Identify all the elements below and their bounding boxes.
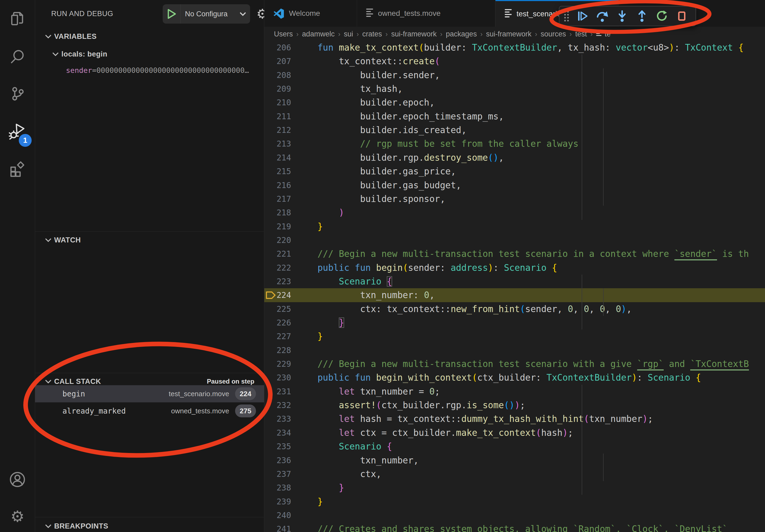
code-line-226[interactable]: 226 } (264, 316, 765, 330)
settings-gear-icon[interactable]: ⚙ (9, 508, 26, 525)
code-line-213[interactable]: 213 // rgp must be set from the caller a… (264, 137, 765, 151)
code-line-223[interactable]: 223 Scenario { (264, 275, 765, 289)
code-text[interactable]: tx_context::create( (296, 54, 440, 68)
line-number[interactable]: 209 (264, 82, 291, 96)
code-line-239[interactable]: 239 } (264, 495, 765, 509)
tab-welcome[interactable]: Welcome (264, 0, 357, 27)
code-text[interactable]: public fun begin(sender: address): Scena… (296, 261, 557, 275)
code-line-216[interactable]: 216 builder.gas_budget, (264, 178, 765, 192)
line-number[interactable]: 213 (264, 137, 291, 151)
step-into-button[interactable] (613, 9, 631, 24)
code-line-234[interactable]: 234 let ctx = ctx_builder.make_tx_contex… (264, 426, 765, 440)
code-line-240[interactable]: 240 (264, 508, 765, 522)
code-line-212[interactable]: 212 builder.ids_created, (264, 123, 765, 137)
watch-section-header[interactable]: WATCH (35, 233, 264, 247)
drag-grip-icon[interactable] (564, 11, 569, 21)
restart-button[interactable] (653, 9, 671, 24)
code-text[interactable]: builder.rgp.destroy_some(), (296, 151, 504, 165)
code-text[interactable]: txn_number, (296, 453, 419, 467)
code-line-221[interactable]: 221 /// Begin a new multi-transaction te… (264, 247, 765, 261)
call-stack-frame[interactable]: already_marked owned_tests.move 275 (35, 402, 264, 419)
line-number[interactable]: 208 (264, 68, 291, 82)
debug-toolbar[interactable] (559, 6, 696, 26)
code-text[interactable]: // rgp must be set from the caller alway… (296, 137, 578, 151)
line-number[interactable]: 211 (264, 110, 291, 124)
line-number[interactable]: 207 (264, 54, 291, 68)
extensions-icon[interactable] (9, 160, 26, 177)
code-text[interactable]: ctx: tx_context::new_from_hint(sender, 0… (296, 302, 632, 316)
line-number[interactable]: 239 (264, 495, 291, 509)
line-number[interactable]: 233 (264, 412, 291, 426)
code-line-217[interactable]: 217 builder.sponsor, (264, 192, 765, 206)
code-line-211[interactable]: 211 builder.epoch_timestamp_ms, (264, 110, 765, 124)
code-line-237[interactable]: 237 ctx, (264, 467, 765, 481)
code-text[interactable]: builder.sponsor, (296, 192, 445, 206)
line-number[interactable]: 237 (264, 467, 291, 481)
line-number[interactable]: 220 (264, 233, 291, 247)
line-number[interactable]: 223 (264, 275, 291, 289)
code-line-228[interactable]: 228 (264, 344, 765, 357)
code-line-210[interactable]: 210 builder.epoch, (264, 96, 765, 110)
line-number[interactable]: 235 (264, 439, 291, 453)
code-text[interactable]: builder.sender, (296, 68, 440, 82)
variable-row[interactable]: sender = 0000000000000000000000000000000… (35, 63, 295, 77)
account-icon[interactable] (9, 471, 26, 488)
code-line-233[interactable]: 233 let hash = tx_context::dummy_tx_hash… (264, 412, 765, 426)
code-line-218[interactable]: 218 ) (264, 206, 765, 220)
code-text[interactable]: ctx, (296, 467, 382, 481)
tab-owned-tests[interactable]: owned_tests.move (357, 0, 495, 27)
variables-section-header[interactable]: VARIABLES (35, 30, 264, 43)
code-line-232[interactable]: 232 assert!(ctx_builder.rgp.is_some()); (264, 398, 765, 412)
stop-button[interactable] (673, 9, 690, 24)
breadcrumb-item[interactable]: sources (541, 30, 566, 38)
breadcrumb-item[interactable]: sui-framework (486, 30, 531, 38)
code-text[interactable]: } (296, 495, 323, 509)
code-line-229[interactable]: 229 /// Begin a new multi-transaction te… (264, 357, 765, 371)
code-text[interactable]: public fun begin_with_context(ctx_builde… (296, 371, 701, 385)
code-line-222[interactable]: 222 public fun begin(sender: address): S… (264, 261, 765, 275)
explorer-icon[interactable] (9, 10, 26, 27)
line-number[interactable]: 232 (264, 398, 291, 412)
variables-scope-row[interactable]: locals: begin (35, 47, 281, 61)
code-text[interactable]: builder.epoch_timestamp_ms, (296, 110, 504, 124)
breadcrumb-item[interactable]: crates (363, 30, 382, 38)
code-text[interactable]: ) (296, 206, 344, 220)
code-line-225[interactable]: 225 ctx: tx_context::new_from_hint(sende… (264, 302, 765, 316)
code-text[interactable]: } (296, 220, 323, 234)
code-line-241[interactable]: 241 /// Creates and shares system object… (264, 522, 765, 532)
breadcrumb[interactable]: Users›adamwelc›sui›crates›sui-framework›… (264, 27, 765, 41)
breadcrumb-item[interactable]: sui-framework (391, 30, 437, 38)
line-number[interactable]: 225 (264, 302, 291, 316)
call-stack-frame[interactable]: begin test_scenario.move 224 (35, 385, 264, 402)
source-control-icon[interactable] (9, 85, 26, 102)
code-text[interactable]: } (296, 316, 344, 330)
breadcrumb-item[interactable]: Users (274, 30, 293, 38)
line-number[interactable]: 219 (264, 220, 291, 234)
code-text[interactable]: txn_number: 0, (296, 288, 435, 302)
code-text[interactable]: builder.gas_budget, (296, 178, 461, 192)
code-line-235[interactable]: 235 Scenario { (264, 439, 765, 453)
code-text[interactable]: builder.gas_price, (296, 164, 456, 178)
line-number[interactable]: 234 (264, 426, 291, 440)
line-number[interactable]: 228 (264, 344, 291, 357)
code-line-231[interactable]: 231 let txn_number = 0; (264, 385, 765, 399)
breadcrumb-item[interactable]: test (575, 30, 587, 38)
code-text[interactable]: let ctx = ctx_builder.make_tx_context(ha… (296, 426, 573, 440)
code-text[interactable]: Scenario { (296, 275, 392, 289)
breadcrumb-file[interactable]: te (605, 30, 611, 38)
code-line-230[interactable]: 230 public fun begin_with_context(ctx_bu… (264, 371, 765, 385)
code-text[interactable]: builder.epoch, (296, 96, 435, 110)
step-out-button[interactable] (633, 9, 651, 24)
code-line-209[interactable]: 209 tx_hash, (264, 82, 765, 96)
breakpoints-section-header[interactable]: BREAKPOINTS (35, 519, 264, 532)
step-over-button[interactable] (593, 9, 611, 24)
line-number[interactable]: 210 (264, 96, 291, 110)
breadcrumb-item[interactable]: packages (446, 30, 477, 38)
line-number[interactable]: 224 (264, 288, 291, 302)
code-text[interactable]: tx_hash, (296, 82, 402, 96)
code-text[interactable]: Scenario { (296, 439, 392, 453)
code-line-208[interactable]: 208 builder.sender, (264, 68, 765, 82)
code-text[interactable]: } (296, 330, 323, 344)
code-line-207[interactable]: 207 tx_context::create( (264, 54, 765, 68)
start-debug-icon[interactable] (163, 4, 181, 24)
